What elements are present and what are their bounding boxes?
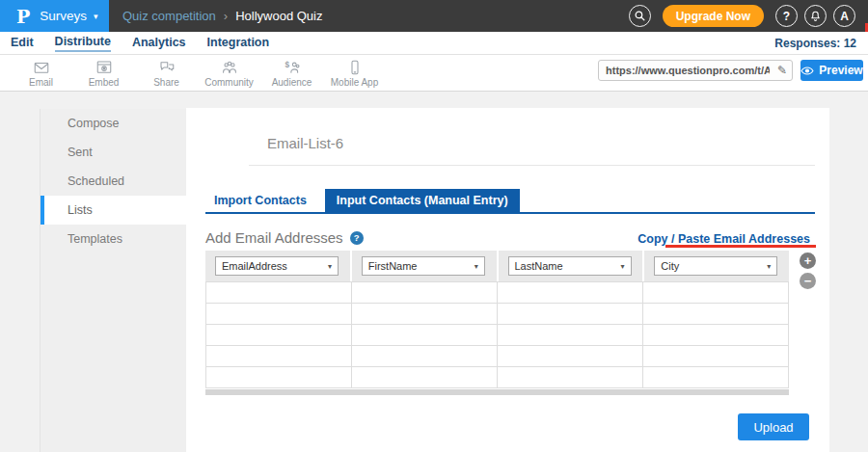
product-menu-label: Surveys bbox=[40, 9, 87, 23]
mobile-app-icon bbox=[345, 59, 365, 76]
nav-item-edit[interactable]: Edit bbox=[11, 35, 34, 51]
breadcrumb-separator: › bbox=[224, 9, 228, 23]
channel-email[interactable]: Email bbox=[10, 55, 72, 92]
table-cell[interactable] bbox=[352, 304, 498, 325]
table-row bbox=[206, 367, 789, 388]
table-cell[interactable] bbox=[643, 325, 789, 346]
upgrade-now-button[interactable]: Upgrade Now bbox=[663, 5, 764, 27]
table-cell[interactable] bbox=[206, 367, 352, 388]
avatar[interactable]: A bbox=[833, 5, 855, 27]
table-cell[interactable] bbox=[206, 346, 352, 367]
audience-icon: $ bbox=[283, 59, 302, 76]
chevron-down-icon: ▾ bbox=[620, 262, 630, 271]
help-button[interactable]: ? bbox=[775, 5, 798, 27]
remove-row-button[interactable]: − bbox=[800, 273, 816, 289]
table-row bbox=[206, 325, 789, 346]
tabs-underline bbox=[205, 212, 815, 214]
email-icon bbox=[32, 59, 51, 76]
breadcrumb-parent[interactable]: Quiz competition bbox=[122, 9, 216, 23]
table-cell[interactable] bbox=[643, 304, 789, 325]
table-row bbox=[206, 282, 789, 304]
header-cell: EmailAddress ▾ bbox=[205, 251, 350, 281]
nav-item-integration[interactable]: Integration bbox=[207, 35, 270, 51]
chevron-down-icon: ▾ bbox=[767, 262, 776, 271]
table-cell[interactable] bbox=[352, 346, 498, 367]
questionpro-logo[interactable]: P bbox=[16, 6, 30, 27]
red-annotation-underline bbox=[665, 245, 816, 248]
channel-embed[interactable]: Embed bbox=[72, 55, 135, 92]
table-cell[interactable] bbox=[498, 325, 643, 346]
list-title: Email-List-6 bbox=[267, 135, 343, 151]
copy-paste-link[interactable]: Copy / Paste Email Addresses bbox=[637, 232, 810, 246]
help-icon[interactable]: ? bbox=[350, 231, 364, 245]
table-cell[interactable] bbox=[643, 367, 789, 388]
table-cell[interactable] bbox=[643, 282, 789, 304]
search-button[interactable] bbox=[629, 5, 651, 27]
column-select-city[interactable]: City ▾ bbox=[654, 256, 777, 276]
horizontal-scrollbar[interactable] bbox=[205, 389, 789, 395]
header-cell: City ▾ bbox=[644, 251, 789, 281]
channel-audience[interactable]: $ Audience bbox=[260, 55, 323, 92]
column-select-lastname[interactable]: LastName ▾ bbox=[508, 256, 632, 276]
distribute-toolbar: Email Embed Share Community $ Audience M… bbox=[0, 55, 868, 92]
nav-item-distribute[interactable]: Distribute bbox=[55, 34, 111, 52]
top-bar: P Surveys ▾ Quiz competition › Hollywood… bbox=[0, 0, 868, 32]
breadcrumb-current: Hollywood Quiz bbox=[235, 9, 322, 23]
channel-mobile-app[interactable]: Mobile App bbox=[323, 55, 386, 92]
contacts-tabs: Import Contacts Input Contacts (Manual E… bbox=[205, 189, 520, 212]
sidebar-item-lists[interactable]: Lists bbox=[41, 196, 186, 225]
contacts-table-header: EmailAddress ▾ FirstName ▾ LastName ▾ Ci… bbox=[205, 251, 789, 281]
share-icon bbox=[157, 59, 176, 76]
add-row-button[interactable]: + bbox=[800, 253, 816, 269]
contacts-grid bbox=[205, 281, 789, 388]
sidebar-item-compose[interactable]: Compose bbox=[41, 109, 186, 138]
nav-item-analytics[interactable]: Analytics bbox=[132, 35, 186, 51]
table-cell[interactable] bbox=[206, 325, 352, 346]
tab-input-contacts-manual[interactable]: Input Contacts (Manual Entry) bbox=[325, 189, 520, 212]
table-cell[interactable] bbox=[352, 325, 498, 346]
column-select-firstname[interactable]: FirstName ▾ bbox=[362, 256, 485, 276]
edit-url-pencil-icon[interactable]: ✎ bbox=[777, 64, 787, 77]
survey-url-value[interactable]: https://www.questionpro.com/t/APNrFZ bbox=[599, 65, 770, 76]
community-icon bbox=[220, 59, 239, 76]
chevron-down-icon: ▾ bbox=[94, 12, 98, 21]
channel-share[interactable]: Share bbox=[135, 55, 198, 92]
topbar-actions: Upgrade Now ? A bbox=[629, 5, 855, 27]
table-cell[interactable] bbox=[498, 304, 643, 325]
table-row bbox=[206, 346, 789, 367]
title-divider bbox=[249, 165, 815, 166]
column-select-emailaddress[interactable]: EmailAddress ▾ bbox=[215, 256, 339, 276]
survey-url-field[interactable]: https://www.questionpro.com/t/APNrFZ ✎ bbox=[598, 60, 793, 81]
sidebar-item-templates[interactable]: Templates bbox=[41, 225, 186, 253]
channel-list: Email Embed Share Community $ Audience M… bbox=[10, 55, 386, 92]
table-cell[interactable] bbox=[498, 367, 643, 388]
table-cell[interactable] bbox=[206, 282, 352, 304]
table-cell[interactable] bbox=[498, 282, 643, 304]
email-sidebar: Compose Sent Scheduled Lists Templates bbox=[40, 109, 186, 452]
survey-nav: Edit Distribute Analytics Integration Re… bbox=[0, 32, 868, 55]
table-cell[interactable] bbox=[352, 367, 498, 388]
svg-text:$: $ bbox=[285, 61, 289, 69]
upload-button[interactable]: Upload bbox=[738, 413, 809, 440]
preview-button[interactable]: Preview bbox=[800, 60, 863, 81]
table-cell[interactable] bbox=[498, 346, 643, 367]
channel-community[interactable]: Community bbox=[198, 55, 260, 92]
table-cell[interactable] bbox=[643, 346, 789, 367]
search-icon bbox=[634, 10, 646, 22]
table-cell[interactable] bbox=[206, 304, 352, 325]
sidebar-item-sent[interactable]: Sent bbox=[41, 138, 186, 167]
sidebar-item-scheduled[interactable]: Scheduled bbox=[41, 167, 186, 196]
table-row bbox=[206, 304, 789, 325]
tab-import-contacts[interactable]: Import Contacts bbox=[205, 189, 315, 212]
chevron-down-icon: ▾ bbox=[475, 262, 484, 271]
surveys-product-menu[interactable]: P Surveys ▾ bbox=[0, 0, 109, 32]
table-cell[interactable] bbox=[352, 282, 498, 304]
notifications-button[interactable] bbox=[804, 5, 827, 27]
header-cell: FirstName ▾ bbox=[352, 251, 497, 281]
bell-icon bbox=[809, 10, 822, 22]
chevron-down-icon: ▾ bbox=[328, 262, 338, 271]
breadcrumb: Quiz competition › Hollywood Quiz bbox=[122, 9, 323, 23]
add-email-heading: Add Email Addresses ? bbox=[205, 229, 364, 246]
contacts-table: EmailAddress ▾ FirstName ▾ LastName ▾ Ci… bbox=[205, 251, 789, 395]
responses-count: Responses: 12 bbox=[774, 37, 856, 50]
